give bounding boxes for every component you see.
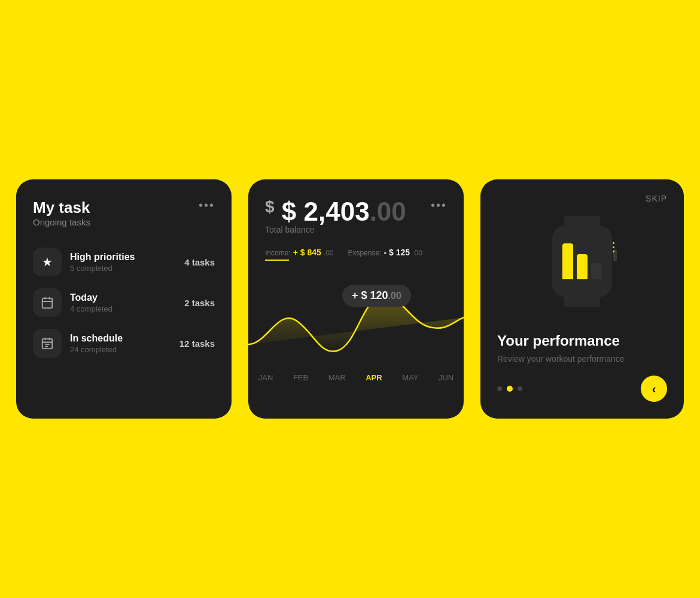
month-feb: FEB: [293, 373, 308, 382]
task-card-subtitle: Ongoing tasks: [33, 217, 90, 227]
income-value: + $ 845: [293, 248, 321, 257]
expense-value: - $ 125: [384, 248, 410, 257]
finance-card: $ $ 2,403.00 Total balance ••• Income: +…: [248, 179, 464, 419]
task-name-high: High priorities: [70, 252, 135, 263]
finance-chart: + $ 120.00 JAN FEB MAR APR: [248, 273, 464, 392]
task-completed-high: 5 completed: [70, 264, 135, 273]
balance-currency-symbol: $: [265, 191, 275, 216]
nav-dot-1[interactable]: [497, 386, 502, 391]
watch-bar-2: [577, 254, 588, 279]
watch-illustration: [497, 194, 667, 323]
task-completed-today: 4 completed: [70, 304, 112, 313]
month-mar: MAR: [328, 373, 346, 382]
task-card-title: My task: [33, 199, 90, 217]
task-count-schedule: 12 tasks: [179, 338, 215, 349]
task-name-today: Today: [70, 292, 112, 303]
chart-tooltip: + $ 120.00: [342, 285, 411, 307]
task-count-high: 4 tasks: [184, 257, 215, 267]
cards-container: My task Ongoing tasks ••• ★ High priorit…: [16, 179, 684, 419]
task-more-button[interactable]: •••: [199, 199, 215, 212]
task-card: My task Ongoing tasks ••• ★ High priorit…: [16, 179, 232, 419]
task-completed-schedule: 24 completed: [70, 345, 123, 354]
nav-dot-2[interactable]: [507, 386, 513, 392]
star-icon: ★: [33, 248, 62, 276]
month-jun: JUN: [439, 373, 454, 382]
watch-dot-2: [613, 246, 614, 248]
expense-label: Exspense:: [348, 249, 381, 257]
balance-decimal: .00: [370, 197, 406, 226]
performance-description: Review your workout performance: [497, 354, 667, 364]
schedule-calendar-icon: [33, 329, 62, 358]
dots-navigation: [497, 386, 522, 392]
watch-bar-1: [562, 243, 573, 279]
month-may: MAY: [402, 373, 418, 382]
task-count-today: 2 tasks: [184, 298, 215, 308]
task-item-schedule[interactable]: In schedule 24 completed 12 tasks: [33, 329, 215, 358]
task-item-today[interactable]: Today 4 completed 2 tasks: [33, 288, 215, 317]
income-decimal: .00: [324, 249, 334, 257]
watch-band-bottom: [564, 295, 600, 307]
finance-stats: Income: + $ 845 .00 Exspense: - $ 125 .0…: [265, 248, 447, 261]
performance-card: SKIP: [480, 179, 684, 419]
watch-dot-1: [613, 242, 614, 244]
month-apr[interactable]: APR: [366, 373, 382, 382]
task-name-schedule: In schedule: [70, 333, 123, 344]
prev-button[interactable]: ‹: [641, 376, 667, 402]
skip-button[interactable]: SKIP: [646, 194, 667, 203]
finance-more-button[interactable]: •••: [431, 199, 447, 212]
watch-body: [552, 225, 612, 297]
balance-amount-group: $ $ 2,403.00 Total balance: [265, 199, 406, 245]
income-label: Income:: [265, 249, 291, 257]
svg-rect-0: [42, 298, 53, 309]
balance-label: Total balance: [265, 225, 406, 234]
income-stat: Income: + $ 845 .00: [265, 248, 333, 261]
watch-dot-3: [613, 251, 614, 252]
balance-amount: $ $ 2,403.00: [265, 199, 406, 225]
balance-main: $ 2,403: [282, 197, 370, 226]
watch-bars: [562, 243, 602, 279]
today-calendar-icon: [33, 288, 62, 317]
nav-dot-3[interactable]: [518, 386, 522, 391]
income-divider: [265, 260, 289, 261]
tooltip-value: + $ 120: [352, 289, 388, 301]
performance-bottom: Your performance Review your workout per…: [497, 323, 667, 402]
performance-title: Your performance: [497, 332, 667, 349]
expense-stat: Exspense: - $ 125 .00: [348, 248, 422, 261]
tooltip-decimal: .00: [388, 291, 401, 301]
task-card-title-group: My task Ongoing tasks: [33, 199, 90, 244]
expense-decimal: .00: [412, 249, 422, 257]
watch-status-dots: [613, 242, 614, 252]
chart-months: JAN FEB MAR APR MAY JUN: [248, 368, 464, 387]
watch-bar-3: [591, 263, 602, 279]
task-card-header: My task Ongoing tasks •••: [33, 199, 215, 244]
finance-header: $ $ 2,403.00 Total balance •••: [265, 199, 447, 245]
task-item-high-priorities[interactable]: ★ High priorities 5 completed 4 tasks: [33, 248, 215, 276]
performance-footer: ‹: [497, 376, 667, 402]
month-jan: JAN: [258, 373, 273, 382]
